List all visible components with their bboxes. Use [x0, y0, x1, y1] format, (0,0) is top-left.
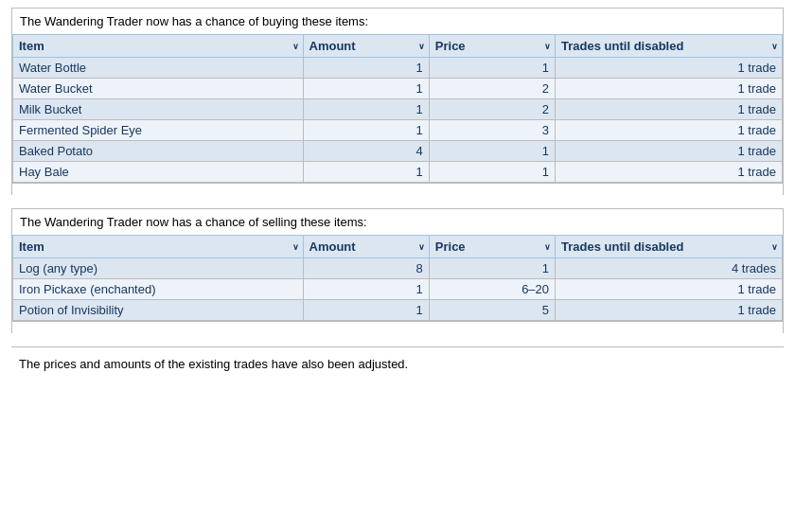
buying-col-item[interactable]: Item ∨ [13, 35, 304, 58]
selling-price-cell: 1 [429, 258, 555, 279]
buying-table-row: Baked Potato 4 1 1 trade [13, 141, 783, 162]
selling-col-item-sort-icon[interactable]: ∨ [292, 242, 299, 252]
buying-item-cell: Fermented Spider Eye [13, 120, 304, 141]
buying-amount-cell: 1 [303, 79, 429, 99]
selling-section-header: The Wandering Trader now has a chance of… [11, 208, 784, 235]
buying-item-cell: Baked Potato [13, 141, 304, 162]
buying-item-cell: Water Bucket [13, 79, 304, 99]
selling-price-cell: 5 [429, 300, 555, 321]
selling-trades-cell: 4 trades [556, 258, 783, 279]
selling-item-cell: Potion of Invisibility [13, 300, 304, 321]
selling-amount-cell: 1 [303, 279, 429, 300]
buying-table-row: Water Bottle 1 1 1 trade [13, 58, 783, 79]
buying-table-row: Hay Bale 1 1 1 trade [13, 162, 783, 183]
selling-trades-cell: 1 trade [556, 279, 783, 300]
selling-trades-cell: 1 trade [556, 300, 783, 321]
buying-price-cell: 3 [429, 120, 555, 141]
selling-col-amount-label: Amount [309, 239, 356, 254]
buying-col-amount[interactable]: Amount ∨ [303, 35, 429, 58]
buying-table: Item ∨ Amount ∨ Price ∨ Trades until d [12, 34, 783, 183]
buying-price-cell: 1 [429, 58, 555, 79]
buying-table-row: Milk Bucket 1 2 1 trade [13, 99, 783, 120]
buying-amount-cell: 4 [303, 141, 429, 162]
selling-item-cell: Iron Pickaxe (enchanted) [13, 279, 304, 300]
selling-col-trades-label: Trades until disabled [561, 239, 683, 254]
buying-amount-cell: 1 [303, 120, 429, 141]
buying-col-amount-sort-icon[interactable]: ∨ [418, 42, 425, 51]
buying-col-price-label: Price [435, 39, 466, 53]
buying-trades-cell: 1 trade [556, 162, 783, 183]
selling-table-row: Iron Pickaxe (enchanted) 1 6–20 1 trade [13, 279, 783, 300]
buying-section-header: The Wandering Trader now has a chance of… [11, 8, 784, 34]
selling-table: Item ∨ Amount ∨ Price ∨ Trades until d [12, 235, 783, 321]
selling-price-cell: 6–20 [429, 279, 555, 300]
selling-amount-cell: 1 [303, 300, 429, 321]
selling-item-cell: Log (any type) [13, 258, 304, 279]
buying-item-cell: Hay Bale [13, 162, 304, 183]
buying-amount-cell: 1 [303, 162, 429, 183]
buying-price-cell: 2 [429, 79, 555, 99]
buying-price-cell: 2 [429, 99, 555, 120]
buying-col-trades[interactable]: Trades until disabled ∨ [556, 35, 783, 58]
buying-amount-cell: 1 [303, 58, 429, 79]
selling-col-price-sort-icon[interactable]: ∨ [544, 242, 551, 252]
buying-col-amount-label: Amount [309, 39, 356, 53]
buying-col-price-sort-icon[interactable]: ∨ [544, 42, 551, 51]
buying-col-trades-sort-icon[interactable]: ∨ [771, 42, 778, 51]
buying-col-item-label: Item [19, 39, 44, 53]
buying-trades-cell: 1 trade [556, 58, 783, 79]
selling-col-trades[interactable]: Trades until disabled ∨ [556, 236, 783, 258]
selling-amount-cell: 8 [303, 258, 429, 279]
selling-table-row: Log (any type) 8 1 4 trades [13, 258, 783, 279]
buying-trades-cell: 1 trade [556, 99, 783, 120]
buying-item-cell: Water Bottle [13, 58, 304, 79]
selling-col-amount-sort-icon[interactable]: ∨ [418, 242, 425, 252]
buying-table-row: Fermented Spider Eye 1 3 1 trade [13, 120, 783, 141]
selling-col-trades-sort-icon[interactable]: ∨ [771, 242, 778, 252]
buying-trades-cell: 1 trade [556, 141, 783, 162]
selling-col-item-label: Item [19, 239, 44, 254]
selling-col-amount[interactable]: Amount ∨ [303, 236, 429, 258]
selling-col-price-label: Price [435, 239, 466, 254]
buying-col-price[interactable]: Price ∨ [429, 35, 555, 58]
selling-table-row: Potion of Invisibility 1 5 1 trade [13, 300, 783, 321]
buying-table-row: Water Bucket 1 2 1 trade [13, 79, 783, 99]
selling-col-price[interactable]: Price ∨ [429, 236, 555, 258]
footer-text: The prices and amounts of the existing t… [11, 346, 784, 377]
buying-col-item-sort-icon[interactable]: ∨ [292, 42, 299, 51]
selling-col-item[interactable]: Item ∨ [13, 236, 304, 258]
buying-col-trades-label: Trades until disabled [561, 39, 683, 53]
buying-amount-cell: 1 [303, 99, 429, 120]
buying-item-cell: Milk Bucket [13, 99, 304, 120]
buying-price-cell: 1 [429, 162, 555, 183]
buying-price-cell: 1 [429, 141, 555, 162]
buying-trades-cell: 1 trade [556, 79, 783, 99]
buying-trades-cell: 1 trade [556, 120, 783, 141]
